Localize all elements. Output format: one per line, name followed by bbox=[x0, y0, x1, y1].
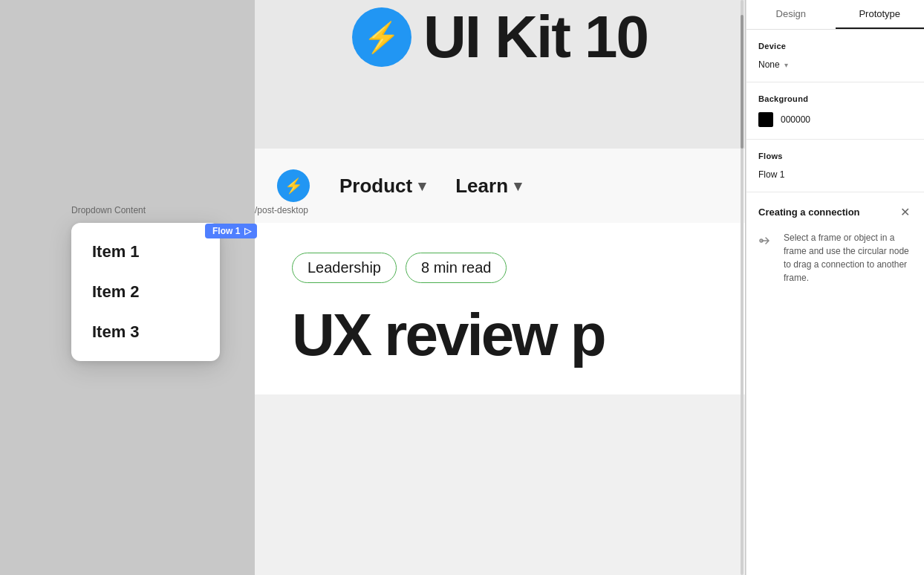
product-chevron-icon: ▾ bbox=[418, 177, 426, 195]
dropdown-item-2[interactable]: Item 2 bbox=[71, 272, 220, 312]
bolt-icon: ⚡ bbox=[363, 20, 400, 55]
headline-area: UX review p bbox=[255, 305, 745, 394]
background-title: Background bbox=[758, 94, 912, 103]
frame-mid bbox=[255, 74, 745, 149]
logo-circle: ⚡ bbox=[352, 7, 411, 67]
connection-header: Creating a connection ✕ bbox=[758, 204, 912, 219]
device-dropdown[interactable]: None ▾ bbox=[758, 59, 912, 70]
tab-design[interactable]: Design bbox=[746, 0, 836, 29]
dropdown-content-label: Dropdown Content bbox=[71, 205, 146, 215]
device-title: Device bbox=[758, 42, 912, 51]
design-tab-label: Design bbox=[776, 8, 806, 19]
nav-learn-label: Learn bbox=[455, 175, 508, 198]
frame-body: Leadership 8 min read bbox=[255, 223, 745, 305]
path-label: /post-desktop bbox=[255, 205, 308, 215]
flows-title: Flows bbox=[758, 152, 912, 160]
design-frame: ⚡ UI Kit 10 ⚡ Product ▾ Learn ▾ Lead bbox=[255, 0, 745, 575]
color-swatch[interactable] bbox=[758, 112, 773, 127]
nav-item-product[interactable]: Product ▾ bbox=[339, 175, 426, 198]
flows-section: Flows Flow 1 bbox=[746, 140, 924, 192]
flow-badge: Flow 1 ▷ bbox=[205, 224, 257, 238]
dropdown-item-3[interactable]: Item 3 bbox=[71, 312, 220, 352]
panel-tabs: Design Prototype bbox=[746, 0, 924, 30]
connection-panel: Creating a connection ✕ Select a frame o… bbox=[746, 192, 924, 575]
nav-product-label: Product bbox=[339, 175, 412, 198]
background-row[interactable]: 000000 bbox=[758, 112, 912, 127]
background-section: Background 000000 bbox=[746, 82, 924, 140]
tags-row: Leadership 8 min read bbox=[292, 253, 708, 283]
connection-arrow-icon bbox=[758, 233, 775, 253]
scrollbar[interactable] bbox=[741, 0, 744, 575]
scrollbar-thumb[interactable] bbox=[741, 15, 744, 149]
canvas: ⚡ UI Kit 10 ⚡ Product ▾ Learn ▾ Lead bbox=[0, 0, 746, 575]
device-chevron-icon: ▾ bbox=[784, 61, 788, 69]
flow-arrow-icon: ▷ bbox=[244, 226, 251, 236]
frame-headline: UX review p bbox=[292, 305, 708, 365]
learn-chevron-icon: ▾ bbox=[514, 177, 521, 195]
dropdown-popup: Item 1 Item 2 Item 3 bbox=[71, 223, 220, 361]
right-panel: Design Prototype Device None ▾ Backgroun… bbox=[746, 0, 924, 575]
hero-text: UI Kit 10 bbox=[423, 3, 648, 71]
nav-item-learn[interactable]: Learn ▾ bbox=[455, 175, 521, 198]
prototype-tab-label: Prototype bbox=[859, 8, 900, 19]
close-button[interactable]: ✕ bbox=[897, 204, 912, 219]
connection-description: Select a frame or object in a frame and … bbox=[784, 231, 912, 285]
flow-badge-text: Flow 1 bbox=[212, 226, 240, 236]
tag-read-time: 8 min read bbox=[406, 253, 507, 283]
device-section: Device None ▾ bbox=[746, 30, 924, 82]
color-value: 000000 bbox=[781, 114, 810, 125]
flow-item[interactable]: Flow 1 bbox=[758, 169, 912, 180]
connection-title: Creating a connection bbox=[758, 207, 860, 218]
logo-area: ⚡ UI Kit 10 bbox=[352, 3, 648, 71]
tag-leadership: Leadership bbox=[292, 253, 397, 283]
nav-logo[interactable]: ⚡ bbox=[277, 169, 310, 202]
dropdown-item-1[interactable]: Item 1 bbox=[71, 232, 220, 272]
tab-prototype[interactable]: Prototype bbox=[836, 0, 925, 29]
connection-body: Select a frame or object in a frame and … bbox=[758, 231, 912, 285]
frame-nav: ⚡ Product ▾ Learn ▾ bbox=[255, 149, 745, 223]
frame-hero: ⚡ UI Kit 10 bbox=[255, 0, 745, 74]
device-value: None bbox=[758, 59, 780, 70]
